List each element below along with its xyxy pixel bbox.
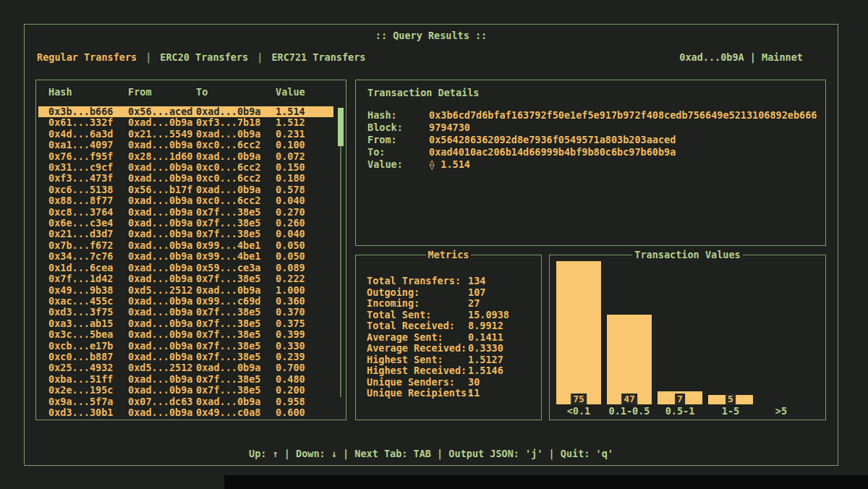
table-row[interactable]: 0x88...8f770xad...0b9a0xc0...6cc20.040 — [38, 195, 333, 206]
detail-label: To: — [367, 146, 429, 158]
table-cell: 0.040 — [276, 229, 333, 239]
table-cell: 0xad...0b9a — [196, 151, 276, 162]
table-cell: 0xad...0b9a — [196, 285, 276, 296]
metric-value: 11 — [468, 388, 480, 399]
transfer-table-body: 0x3b...b6660x56...aced0xad...0b9a1.5140x… — [36, 106, 346, 418]
table-cell: 0xc0...6cc2 — [196, 162, 276, 173]
table-row[interactable]: 0x21...d3d70xad...0b9a0x7f...38e50.040 — [38, 229, 333, 239]
table-cell: 0x7f...1d42 — [48, 273, 128, 284]
detail-value-hash: 0x3b6cd7d6bfaf163792f50e1ef5e917b972f408… — [429, 109, 817, 122]
table-row[interactable]: 0xa3...ab150xad...0b9a0x7f...38e50.375 — [38, 318, 333, 329]
details-title: Transaction Details — [367, 87, 479, 98]
table-cell: 0xad...0b9a — [196, 106, 276, 117]
table-row[interactable]: 0xba...51ff0xad...0b9a0x7f...38e50.480 — [38, 374, 333, 385]
histogram-bar-value: 7 — [675, 394, 685, 404]
table-row[interactable]: 0x76...f95f0x28...1d600xad...0b9a0.072 — [38, 151, 333, 162]
table-cell: 0x21...5549 — [128, 129, 196, 140]
table-row[interactable]: 0xc8...37640xad...0b9a0x7f...38e50.270 — [38, 207, 333, 218]
table-row[interactable]: 0x1d...6cea0xad...0b9a0x59...ce3a0.089 — [38, 263, 333, 273]
table-cell: 0xcb...e17b — [48, 341, 128, 352]
metric-value: 30 — [468, 377, 480, 388]
metric-row: Highest Received:1.5146 — [367, 365, 535, 377]
tab-erc20-transfers[interactable]: ERC20 Transfers — [160, 51, 248, 63]
transaction-details-panel: Transaction Details Hash: 0x3b6cd7d6bfaf… — [355, 80, 826, 246]
transaction-values-panel: Transaction Values 754775 <0.10.1-0.50.5… — [549, 255, 826, 420]
table-row[interactable]: 0x3b...b6660x56...aced0xad...0b9a1.514 — [38, 106, 333, 117]
table-cell: 0x2e...195c — [48, 385, 128, 396]
terminal-screen: :: Query Results :: Regular Transfers | … — [0, 0, 868, 489]
tab-regular-transfers[interactable]: Regular Transfers — [37, 51, 137, 63]
table-cell: 0x7f...38e5 — [196, 341, 276, 352]
table-cell: 0x07...dc63 — [128, 396, 196, 407]
table-row[interactable]: 0xc0...b8870xad...0b9a0x7f...38e50.239 — [38, 352, 333, 362]
table-row[interactable]: 0xd3...30b10xad...0b9a0x49...c0a80.600 — [38, 407, 333, 418]
table-cell: 0x88...8f77 — [48, 195, 128, 206]
table-cell: 0x6e...c3e4 — [48, 218, 128, 229]
table-row[interactable]: 0x34...7c760xad...0b9a0x99...4be10.050 — [38, 251, 333, 262]
table-cell: 0x7f...38e5 — [196, 207, 276, 218]
table-row[interactable]: 0xa1...40970xad...0b9a0xc0...6cc20.100 — [38, 140, 333, 150]
table-cell: 0xad...0b9a — [128, 385, 196, 396]
table-row[interactable]: 0xcb...e17b0xad...0b9a0x7f...38e50.330 — [38, 341, 333, 352]
table-cell: 0.200 — [276, 385, 333, 396]
table-cell: 0x3b...b666 — [48, 106, 128, 117]
detail-value-from: 0x564286362092d8e7936f0549571a803b203aac… — [429, 134, 676, 146]
table-cell: 0xad...0b9a — [128, 173, 196, 184]
table-cell: 0.375 — [276, 318, 333, 329]
query-results-window: :: Query Results :: Regular Transfers | … — [24, 24, 838, 466]
table-row[interactable]: 0x49...9b380xd5...25120xad...0b9a1.000 — [38, 285, 333, 296]
detail-label: Block: — [367, 122, 429, 134]
column-header-value: Value — [276, 86, 346, 98]
table-cell: 0xf3...7b18 — [196, 117, 276, 128]
table-row[interactable]: 0x3c...5bea0xad...0b9a0x7f...38e50.399 — [38, 329, 333, 340]
scrollbar-track[interactable] — [340, 146, 341, 397]
table-row[interactable]: 0xf3...473f0xad...0b9a0xc0...6cc20.180 — [38, 173, 333, 184]
table-cell: 0xc0...6cc2 — [196, 195, 276, 206]
metric-value: 1.5127 — [468, 354, 503, 366]
table-row[interactable]: 0xac...455c0xad...0b9a0x99...c69d0.360 — [38, 296, 333, 307]
table-cell: 0xad...0b9a — [128, 240, 196, 251]
table-cell: 0xad...0b9a — [128, 251, 196, 262]
table-row[interactable]: 0xd3...3f750xad...0b9a0x7f...38e50.370 — [38, 307, 333, 318]
table-row[interactable]: 0x6e...c3e40xad...0b9a0x7f...38e50.260 — [38, 218, 333, 229]
table-row[interactable]: 0x4d...6a3d0x21...55490xad...0b9a0.231 — [38, 129, 333, 140]
table-cell: 0xad...0b9a — [196, 129, 276, 140]
table-cell: 0xad...0b9a — [128, 140, 196, 150]
metric-label: Incoming: — [367, 298, 468, 310]
table-cell: 0.330 — [276, 341, 333, 352]
metric-value: 8.9912 — [468, 320, 503, 332]
tab-erc721-transfers[interactable]: ERC721 Transfers — [271, 51, 365, 63]
window-title: :: Query Results :: — [25, 30, 838, 41]
table-cell: 0x56...aced — [128, 106, 196, 117]
chart-panel-title: Transaction Values — [550, 249, 825, 260]
metric-value: 0.3330 — [468, 343, 503, 354]
detail-label: Hash: — [367, 109, 429, 122]
metric-label: Highest Sent: — [367, 354, 468, 366]
table-cell: 0x9a...5f7a — [48, 396, 128, 407]
table-header: Hash From To Value — [36, 80, 346, 98]
table-row[interactable]: 0x9a...5f7a0x07...dc630xad...0b9a0.958 — [38, 396, 333, 407]
table-row[interactable]: 0x25...49320xd5...25120xad...0b9a0.700 — [38, 362, 333, 373]
table-cell: 0xc0...b887 — [48, 352, 128, 362]
detail-row-to: To: 0xad4010ac206b14d66999b4bf9b80c6bc97… — [367, 146, 818, 158]
table-cell: 0xad...0b9a — [128, 273, 196, 284]
table-cell: 0.260 — [276, 218, 333, 229]
table-cell: 0x25...4932 — [48, 362, 128, 373]
table-cell: 0.231 — [276, 129, 333, 140]
table-row[interactable]: 0x7b...f6720xad...0b9a0x99...4be10.050 — [38, 240, 333, 251]
histogram-bar-value: 5 — [726, 394, 736, 404]
histogram-x-label: <0.1 — [556, 405, 601, 417]
table-cell: 0xad...0b9a — [196, 184, 276, 195]
table-cell: 0x28...1d60 — [128, 151, 196, 162]
table-row[interactable]: 0x2e...195c0xad...0b9a0x7f...38e50.200 — [38, 385, 333, 396]
table-row[interactable]: 0xc6...51380x56...b17f0xad...0b9a0.578 — [38, 184, 333, 195]
table-cell: 0xad...0b9a — [128, 296, 196, 307]
histogram-bar — [556, 261, 601, 404]
table-row[interactable]: 0x31...c9cf0xad...0b9a0xc0...6cc20.150 — [38, 162, 333, 173]
table-cell: 0x49...9b38 — [48, 285, 128, 296]
scrollbar-thumb[interactable] — [338, 108, 344, 146]
table-row[interactable]: 0x61...332f0xad...0b9a0xf3...7b181.512 — [38, 117, 333, 128]
table-cell: 0.700 — [276, 362, 333, 373]
table-cell: 0.399 — [276, 329, 333, 340]
table-row[interactable]: 0x7f...1d420xad...0b9a0x7f...38e50.222 — [38, 273, 333, 284]
